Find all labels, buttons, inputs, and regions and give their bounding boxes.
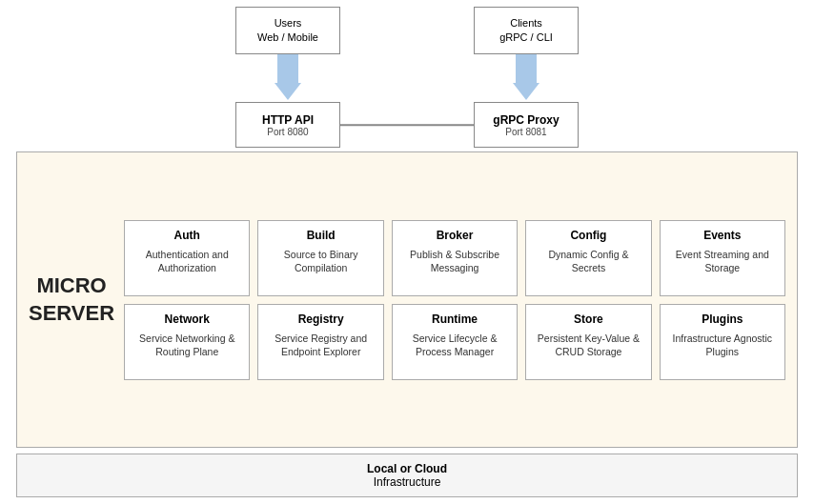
infra-line1: Local or Cloud <box>17 462 797 475</box>
top-row: Users Web / Mobile Clients gRPC / CLI <box>235 7 579 54</box>
service-auth: Auth Authentication and Authorization <box>124 220 250 296</box>
service-build-desc: Source to Binary Compilation <box>264 248 376 275</box>
http-api-box: HTTP API Port 8080 <box>235 102 340 148</box>
grpc-proxy-title: gRPC Proxy <box>493 113 559 127</box>
service-store-desc: Persistent Key-Value & CRUD Storage <box>532 332 644 359</box>
service-network-desc: Service Networking & Routing Plane <box>131 332 243 359</box>
service-runtime-desc: Service Lifecycle & Process Manager <box>398 332 511 359</box>
service-broker: Broker Publish & Subscribe Messaging <box>392 220 518 296</box>
service-network: Network Service Networking & Routing Pla… <box>124 304 250 380</box>
api-connector-line <box>340 124 474 126</box>
arrow-head-clients <box>513 83 539 100</box>
grpc-proxy-box: gRPC Proxy Port 8081 <box>474 102 579 148</box>
grpc-proxy-port: Port 8081 <box>505 127 546 137</box>
api-wrapper: HTTP API Port 8080 gRPC Proxy Port 8081 <box>235 102 579 148</box>
services-grid: Auth Authentication and Authorization Bu… <box>124 220 785 380</box>
service-auth-title: Auth <box>174 229 200 242</box>
arrow-shaft-clients <box>516 54 537 83</box>
service-config-title: Config <box>570 229 606 242</box>
server-label-line2: SERVER <box>29 301 114 325</box>
service-registry-title: Registry <box>298 312 344 326</box>
diagram: Users Web / Mobile Clients gRPC / CLI HT… <box>7 7 807 497</box>
service-config-desc: Dynamic Config & Secrets <box>532 248 644 275</box>
service-events-title: Events <box>703 229 741 242</box>
arrows-row <box>235 54 579 102</box>
server-label: MICRO SERVER <box>29 272 114 327</box>
server-container: MICRO SERVER Auth Authentication and Aut… <box>16 151 798 448</box>
service-runtime: Runtime Service Lifecycle & Process Mana… <box>392 304 518 380</box>
users-label-line1: Users <box>275 16 302 30</box>
arrow-clients <box>474 54 579 102</box>
service-store: Store Persistent Key-Value & CRUD Storag… <box>525 304 651 380</box>
services-row-2: Network Service Networking & Routing Pla… <box>124 304 785 380</box>
service-registry: Registry Service Registry and Endpoint E… <box>257 304 383 380</box>
clients-label-line1: Clients <box>510 16 542 30</box>
service-plugins: Plugins Infrastructure Agnostic Plugins <box>660 304 785 380</box>
service-runtime-title: Runtime <box>432 312 478 326</box>
service-registry-desc: Service Registry and Endpoint Explorer <box>264 332 376 359</box>
service-plugins-desc: Infrastructure Agnostic Plugins <box>666 332 779 359</box>
arrow-users <box>235 54 340 102</box>
service-broker-title: Broker <box>437 229 474 242</box>
service-store-title: Store <box>574 312 603 326</box>
clients-label-line2: gRPC / CLI <box>499 30 553 45</box>
http-api-port: Port 8080 <box>267 127 308 137</box>
arrow-head-users <box>275 83 301 100</box>
clients-box: Clients gRPC / CLI <box>474 7 579 54</box>
arrow-shaft-users <box>277 54 298 83</box>
infra-line2: Infrastructure <box>17 475 797 489</box>
http-api-title: HTTP API <box>262 113 314 127</box>
service-auth-desc: Authentication and Authorization <box>131 248 243 275</box>
service-network-title: Network <box>165 312 210 326</box>
users-box: Users Web / Mobile <box>235 7 340 54</box>
service-events: Events Event Streaming and Storage <box>660 220 785 296</box>
server-label-line1: MICRO <box>36 273 106 297</box>
service-build-title: Build <box>307 229 336 242</box>
service-plugins-title: Plugins <box>702 312 743 326</box>
infrastructure-bar: Local or Cloud Infrastructure <box>16 454 798 497</box>
service-config: Config Dynamic Config & Secrets <box>525 220 651 296</box>
service-build: Build Source to Binary Compilation <box>257 220 383 296</box>
users-label-line2: Web / Mobile <box>257 30 318 45</box>
service-events-desc: Event Streaming and Storage <box>666 248 779 275</box>
services-row-1: Auth Authentication and Authorization Bu… <box>124 220 785 296</box>
service-broker-desc: Publish & Subscribe Messaging <box>398 248 511 275</box>
